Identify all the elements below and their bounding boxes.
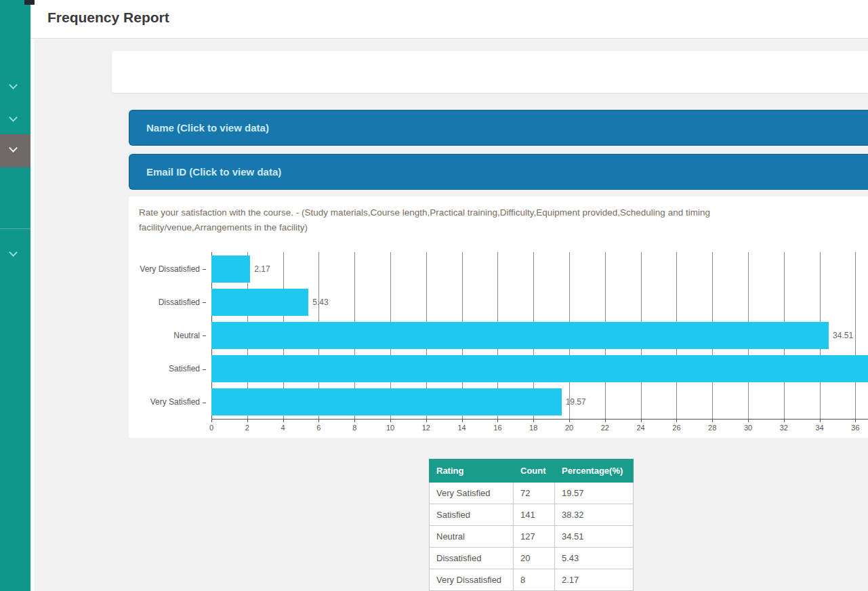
- section-bar-name[interactable]: Name (Click to view data): [129, 110, 868, 146]
- frequency-table: Rating Count Percentage(%) Very Satisfie…: [429, 459, 634, 591]
- cell-rating: Very Dissatisfied: [430, 569, 514, 591]
- chart-title-line2: facility/venue,Arrangements in the facil…: [139, 222, 308, 232]
- x-tickmark-8: [354, 420, 355, 422]
- x-ticklabel-34: 34: [815, 424, 823, 432]
- x-ticklabel-30: 30: [744, 424, 752, 432]
- x-ticklabel-22: 22: [601, 424, 609, 432]
- x-tickmark-14: [462, 420, 463, 422]
- category-label: Dissatisfied: [159, 298, 206, 307]
- cell-percentage: 2.17: [555, 569, 634, 591]
- x-tickmark-18: [533, 420, 534, 422]
- chart-plot-area: 2.175.4334.5138.3219.57: [211, 252, 868, 419]
- category-tickmark: [203, 269, 206, 270]
- chevron-down-icon: [9, 113, 18, 122]
- sidebar-item-1[interactable]: [0, 71, 30, 102]
- category-tickmark: [203, 335, 206, 336]
- cell-percentage: 5.43: [555, 548, 634, 569]
- cell-rating: Neutral: [430, 526, 514, 548]
- x-ticklabel-4: 4: [281, 424, 285, 432]
- chart-panel: Rate your satisfaction with the course. …: [129, 197, 868, 438]
- category-tickmark: [203, 302, 206, 303]
- x-tickmark-28: [712, 420, 713, 422]
- cell-rating: Satisfied: [430, 504, 514, 526]
- gridline-x-36: [855, 252, 856, 419]
- cell-count: 141: [514, 504, 555, 526]
- cell-count: 20: [514, 548, 555, 569]
- category-label: Satisfied: [169, 364, 206, 373]
- chart-title-line1: Rate your satisfaction with the course. …: [139, 207, 710, 218]
- cell-percentage: 34.51: [555, 526, 634, 548]
- x-tickmark-4: [283, 420, 284, 422]
- bar-very-satisfied: [211, 388, 562, 415]
- table-row: Dissatisfied205.43: [430, 548, 634, 569]
- filter-panel: Choose Filter ▼ Create Filter Last 30 da…: [112, 51, 868, 93]
- x-tickmark-26: [676, 420, 677, 422]
- table-row: Satisfied14138.32: [430, 504, 634, 526]
- x-ticklabel-36: 36: [851, 424, 859, 432]
- cell-count: 72: [514, 483, 555, 504]
- x-tickmark-32: [784, 420, 785, 422]
- cell-rating: Very Satisfied: [430, 483, 514, 504]
- bar-value-label: 34.51: [833, 331, 853, 340]
- bar-dissatisfied: [211, 289, 308, 316]
- x-ticklabel-8: 8: [352, 424, 356, 432]
- x-ticklabel-20: 20: [565, 424, 573, 432]
- chevron-down-icon: [9, 248, 18, 257]
- category-tickmark: [203, 403, 206, 403]
- cell-count: 8: [514, 569, 555, 591]
- bar-value-label: 2.17: [254, 264, 270, 274]
- table-row: Very Dissatisfied82.17: [430, 569, 634, 591]
- x-tickmark-22: [605, 420, 606, 422]
- category-label: Very Dissatisfied: [140, 264, 206, 274]
- section-bar-name-label: Name (Click to view data): [146, 122, 269, 134]
- table-header-row: Rating Count Percentage(%): [430, 460, 634, 483]
- category-label: Neutral: [173, 331, 206, 340]
- table-header-count: Count: [514, 460, 555, 483]
- x-ticklabel-10: 10: [386, 424, 394, 432]
- cell-rating: Dissatisfied: [430, 548, 514, 569]
- x-tickmark-36: [855, 420, 856, 422]
- cell-percentage: 19.57: [555, 483, 634, 504]
- table-row: Neutral12734.51: [430, 526, 634, 548]
- category-label: Very Satisfied: [150, 397, 206, 407]
- sidebar-edge-highlight: [30, 39, 35, 591]
- x-ticklabel-24: 24: [636, 424, 644, 432]
- x-tickmark-24: [641, 420, 642, 422]
- x-ticklabel-2: 2: [245, 424, 249, 432]
- page-title: Frequency Report: [47, 9, 169, 26]
- bar-value-label: 5.43: [312, 298, 328, 307]
- table-header-rating: Rating: [430, 460, 514, 483]
- sidebar: [0, 0, 30, 591]
- sidebar-item-4[interactable]: [0, 239, 30, 270]
- bar-satisfied: [211, 355, 868, 382]
- x-tickmark-34: [820, 420, 821, 422]
- chart-category-axis: Very DissatisfiedDissatisfiedNeutralSati…: [129, 252, 211, 419]
- x-ticklabel-16: 16: [493, 424, 501, 432]
- cell-percentage: 38.32: [555, 504, 634, 526]
- x-ticklabel-14: 14: [457, 424, 466, 432]
- section-bar-email[interactable]: Email ID (Click to view data): [129, 154, 868, 190]
- x-tickmark-10: [390, 420, 391, 422]
- sidebar-divider: [0, 228, 30, 229]
- cell-count: 127: [514, 526, 555, 548]
- top-corner-notch: [24, 0, 35, 5]
- x-tickmark-2: [247, 420, 248, 422]
- x-ticklabel-6: 6: [316, 424, 321, 432]
- x-tickmark-20: [569, 420, 570, 422]
- sidebar-item-3-active[interactable]: [0, 134, 30, 167]
- x-ticklabel-26: 26: [672, 424, 680, 432]
- chevron-down-icon: [9, 144, 18, 152]
- chart-x-axis-line: [211, 419, 868, 420]
- table-row: Very Satisfied7219.57: [430, 483, 634, 504]
- sidebar-item-2[interactable]: [0, 104, 30, 135]
- x-ticklabel-0: 0: [209, 424, 213, 432]
- chevron-down-icon: [9, 81, 18, 89]
- table-header-percentage: Percentage(%): [555, 460, 634, 483]
- x-ticklabel-32: 32: [780, 424, 788, 432]
- x-ticklabel-18: 18: [529, 424, 537, 432]
- bar-neutral: [211, 322, 829, 349]
- x-tickmark-12: [426, 420, 427, 422]
- x-ticklabel-28: 28: [708, 424, 716, 432]
- section-bar-email-label: Email ID (Click to view data): [146, 166, 281, 178]
- bar-value-label: 19.57: [566, 397, 586, 407]
